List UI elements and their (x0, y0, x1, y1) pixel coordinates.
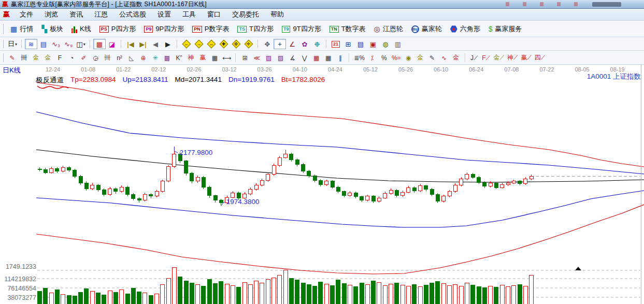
menu-file[interactable]: 文件 (14, 9, 39, 20)
price-grid-tool[interactable]: ▦ (310, 53, 322, 63)
box-measure-tool[interactable]: ⊞ (239, 53, 251, 63)
tool-wave-3[interactable]: ∿₃ (50, 39, 62, 49)
tb-p-table[interactable]: PNP数字表 (188, 23, 233, 35)
percent-tool[interactable]: % (378, 53, 390, 63)
star-tool[interactable]: ✳ (149, 53, 161, 63)
v-line-tool[interactable]: ⋁ (298, 53, 310, 63)
tb-t-square[interactable]: TST四方形 (233, 23, 277, 35)
tb-hexagon[interactable]: 六角形 (446, 23, 484, 35)
nav-last-bar[interactable]: ▶| (137, 39, 149, 49)
gann-shift-right[interactable]: → (193, 39, 205, 49)
menu-news[interactable]: 资讯 (64, 9, 89, 20)
tool-volume-profile[interactable]: ◪ (106, 39, 118, 49)
save-tool[interactable]: ▣ (367, 39, 379, 49)
fan-box-tool[interactable]: ▨ (263, 53, 275, 63)
menu-formula-pick[interactable]: 公式选股 (113, 9, 152, 20)
tool-overlap-view[interactable]: ≋ (25, 39, 37, 49)
span-arrows-tool[interactable]: ⟷ (221, 53, 233, 63)
gold-angle-tool[interactable]: 金⟋ (492, 53, 506, 63)
tool-candle-style[interactable]: ◫▾ (75, 39, 87, 49)
ruler2-tool[interactable]: 卌 (102, 53, 113, 63)
tb-gann-wheel[interactable]: ◎江恩轮 (370, 23, 407, 35)
gold-circle-tool[interactable]: ◉ (403, 53, 414, 63)
parallel-lines-tool[interactable]: ∥ (334, 53, 346, 63)
kline-canvas[interactable]: 12-2401-0801-2202-1202-2603-1203-2604-10… (0, 65, 644, 304)
gann-cross[interactable]: ✚ (218, 39, 230, 49)
menu-settings[interactable]: 设置 (152, 9, 177, 20)
gold-ruler-tool[interactable]: 金 (30, 53, 42, 63)
fan-lines-tool[interactable]: ≪ (251, 53, 263, 63)
k-mark-tool[interactable]: K” (173, 53, 185, 63)
time-grid-tool[interactable]: ▦ (322, 53, 334, 63)
percent-level-tool[interactable]: %= (390, 53, 403, 63)
calendar-tool[interactable]: 21 (330, 39, 342, 49)
gold-level-tool[interactable]: 金 (414, 53, 426, 63)
nav-next[interactable]: ▶ (162, 39, 174, 49)
menu-tools[interactable]: 工具 (177, 9, 202, 20)
triangle-marker (575, 267, 581, 270)
crosshair-tool[interactable]: ＋ (274, 39, 286, 49)
tb-9p-square[interactable]: P99P四方形 (140, 23, 188, 35)
angle-line-tool[interactable]: ∠ (286, 39, 298, 49)
tb-kline[interactable]: K线 (67, 23, 95, 35)
grid-123-tool[interactable]: ▦ (209, 53, 221, 63)
gann-expand-all[interactable]: ✛ (242, 39, 255, 49)
j-angle-tool[interactable]: J⟋ (468, 53, 480, 63)
pencil-bars-tool[interactable]: ✎ (426, 53, 438, 63)
ruler-tool[interactable]: 卌 (18, 53, 30, 63)
gann-circle-tool[interactable]: ⊕ (137, 53, 149, 63)
tb-winner-wheel[interactable]: Big赢家轮 (407, 23, 446, 35)
menu-window[interactable]: 窗口 (202, 9, 226, 20)
tb-p-square[interactable]: PSP四方形 (95, 23, 140, 35)
gann-square-tool[interactable]: ✿ (298, 39, 311, 49)
system-tool[interactable]: ▥ (392, 39, 404, 49)
tb-winner-service[interactable]: $赢家服务 (484, 23, 526, 35)
draw-pencil-tool[interactable]: ✎ (6, 53, 18, 63)
hand-tool[interactable]: ✥ (261, 39, 274, 49)
gann-shift-left[interactable]: ← (180, 39, 193, 49)
gann-compress[interactable]: ✜ (230, 39, 242, 49)
gold-underline-tool[interactable]: 金 (450, 53, 462, 63)
gold-section-tool[interactable]: 金 (42, 53, 54, 63)
percent-line-tool[interactable]: ⁒ (366, 53, 378, 63)
tb-9t-square[interactable]: T99T四方形 (278, 23, 325, 35)
fan-box2-tool[interactable]: ▧ (275, 53, 287, 63)
marker-pencil-tool[interactable]: ✐ (78, 53, 90, 63)
ying-tool[interactable]: 赢 (197, 53, 209, 63)
export-tool[interactable]: ◍ (379, 39, 392, 49)
window-controls[interactable] (592, 2, 621, 7)
si-angle-tool[interactable]: 四⟋ (533, 53, 547, 63)
tb-t-table[interactable]: TNT数字表 (325, 23, 370, 35)
tb-quotes[interactable]: ▦行情 (6, 23, 37, 35)
nav-prev[interactable]: ◀ (149, 39, 162, 49)
period-day-selector[interactable]: 日▾ (6, 39, 19, 49)
nav-first-bar[interactable]: |◀ (124, 39, 137, 49)
menu-browse[interactable]: 浏览 (39, 9, 64, 20)
tool-wave-9[interactable]: ∿₉ (62, 39, 75, 49)
f-angle-tool[interactable]: F⟋ (480, 53, 492, 63)
cycle-clock-tool[interactable]: ◶ (90, 53, 102, 63)
gann-expand-h[interactable]: ↔ (205, 39, 218, 49)
angle-fan-tool[interactable]: ∡ (287, 53, 298, 63)
system-tool-icon: ▥ (395, 40, 401, 48)
grid-cross-tool[interactable]: ▩ (161, 53, 173, 63)
maze-tool[interactable]: ❉ (311, 39, 323, 49)
price-scale-tool[interactable]: ≣% (352, 53, 366, 63)
tool-info-list[interactable]: ▤ (37, 39, 50, 49)
wave-percent-tool[interactable]: ∿ (438, 53, 450, 63)
fibonacci-tool[interactable]: F (54, 53, 66, 63)
tb-sectors[interactable]: ▚板块 (37, 23, 67, 35)
calculator-tool[interactable]: ⊞ (342, 39, 354, 49)
ying-angle-tool[interactable]: 赢⟋ (519, 53, 533, 63)
memo-tool[interactable]: ▤ (354, 39, 367, 49)
shen-tool-icon: 神 (188, 53, 194, 62)
angle-ruler-tool[interactable]: ◺ (125, 53, 137, 63)
n-square-tool[interactable]: n² (113, 53, 125, 63)
shen-angle-tool[interactable]: 神⟋ (506, 53, 519, 63)
tool-red-map[interactable]: ▩ (93, 39, 106, 49)
shen-tool[interactable]: 神 (185, 53, 197, 63)
menu-gann[interactable]: 江恩 (89, 9, 113, 20)
menu-help[interactable]: 帮助 (265, 9, 290, 20)
spiral-tool[interactable]: ◔ (66, 53, 78, 63)
menu-trade[interactable]: 交易委托 (226, 9, 265, 20)
